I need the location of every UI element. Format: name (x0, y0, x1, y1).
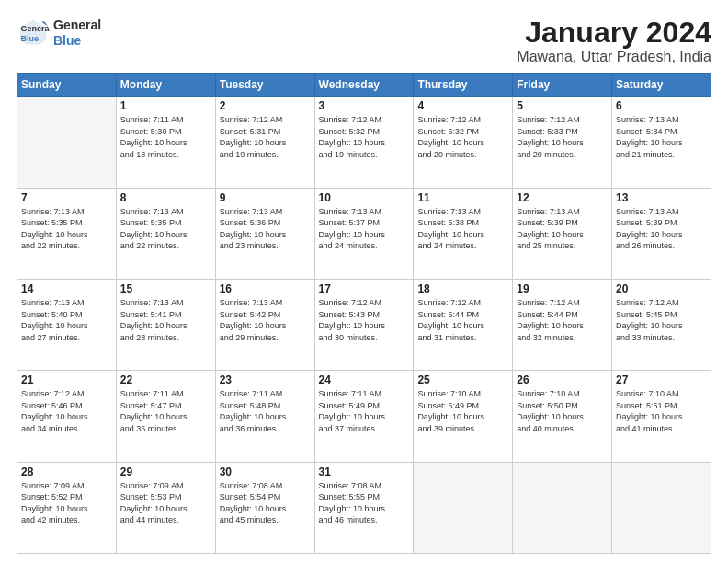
day-number: 1 (120, 99, 211, 112)
logo-text-general: General (53, 17, 101, 33)
day-cell: 17Sunrise: 7:12 AM Sunset: 5:43 PM Dayli… (314, 279, 414, 370)
day-info: Sunrise: 7:13 AM Sunset: 5:35 PM Dayligh… (120, 206, 211, 252)
col-saturday: Saturday (612, 74, 711, 97)
day-cell (414, 462, 513, 553)
day-number: 28 (21, 465, 112, 478)
day-number: 17 (319, 282, 410, 295)
day-cell: 30Sunrise: 7:08 AM Sunset: 5:54 PM Dayli… (215, 462, 314, 553)
day-cell: 28Sunrise: 7:09 AM Sunset: 5:52 PM Dayli… (17, 462, 117, 553)
day-info: Sunrise: 7:12 AM Sunset: 5:44 PM Dayligh… (417, 297, 508, 343)
day-info: Sunrise: 7:11 AM Sunset: 5:30 PM Dayligh… (120, 114, 211, 160)
day-info: Sunrise: 7:13 AM Sunset: 5:38 PM Dayligh… (417, 206, 508, 252)
day-cell: 2Sunrise: 7:12 AM Sunset: 5:31 PM Daylig… (215, 97, 314, 188)
calendar-table: Sunday Monday Tuesday Wednesday Thursday… (17, 73, 711, 554)
day-number: 18 (417, 282, 508, 295)
week-row-0: 1Sunrise: 7:11 AM Sunset: 5:30 PM Daylig… (17, 97, 711, 188)
day-info: Sunrise: 7:13 AM Sunset: 5:39 PM Dayligh… (517, 206, 608, 252)
day-number: 30 (220, 465, 311, 478)
title-block: January 2024 Mawana, Uttar Pradesh, Indi… (517, 17, 711, 65)
day-cell: 15Sunrise: 7:13 AM Sunset: 5:41 PM Dayli… (116, 279, 215, 370)
day-cell: 5Sunrise: 7:12 AM Sunset: 5:33 PM Daylig… (513, 97, 612, 188)
day-info: Sunrise: 7:11 AM Sunset: 5:47 PM Dayligh… (120, 388, 211, 434)
day-info: Sunrise: 7:12 AM Sunset: 5:46 PM Dayligh… (21, 388, 112, 434)
day-number: 4 (417, 99, 508, 112)
week-row-3: 21Sunrise: 7:12 AM Sunset: 5:46 PM Dayli… (17, 371, 711, 462)
day-cell: 23Sunrise: 7:11 AM Sunset: 5:48 PM Dayli… (215, 371, 314, 462)
day-cell: 26Sunrise: 7:10 AM Sunset: 5:50 PM Dayli… (513, 371, 612, 462)
day-number: 15 (120, 282, 211, 295)
day-cell: 31Sunrise: 7:08 AM Sunset: 5:55 PM Dayli… (314, 462, 414, 553)
day-info: Sunrise: 7:12 AM Sunset: 5:32 PM Dayligh… (417, 114, 508, 160)
day-number: 9 (220, 191, 311, 204)
day-number: 22 (120, 373, 211, 386)
day-info: Sunrise: 7:13 AM Sunset: 5:37 PM Dayligh… (319, 206, 410, 252)
day-cell: 16Sunrise: 7:13 AM Sunset: 5:42 PM Dayli… (215, 279, 314, 370)
day-number: 12 (517, 191, 608, 204)
day-number: 16 (220, 282, 311, 295)
day-cell: 12Sunrise: 7:13 AM Sunset: 5:39 PM Dayli… (513, 188, 612, 279)
calendar-subtitle: Mawana, Uttar Pradesh, India (517, 49, 711, 65)
logo: General Blue General Blue (17, 17, 101, 50)
day-number: 27 (616, 373, 707, 386)
day-cell: 7Sunrise: 7:13 AM Sunset: 5:35 PM Daylig… (17, 188, 117, 279)
day-info: Sunrise: 7:09 AM Sunset: 5:53 PM Dayligh… (120, 480, 211, 526)
day-number: 20 (616, 282, 707, 295)
col-wednesday: Wednesday (314, 74, 414, 97)
day-cell: 24Sunrise: 7:11 AM Sunset: 5:49 PM Dayli… (314, 371, 414, 462)
day-cell: 10Sunrise: 7:13 AM Sunset: 5:37 PM Dayli… (314, 188, 414, 279)
day-info: Sunrise: 7:12 AM Sunset: 5:32 PM Dayligh… (319, 114, 410, 160)
day-number: 19 (517, 282, 608, 295)
day-info: Sunrise: 7:13 AM Sunset: 5:34 PM Dayligh… (616, 114, 707, 160)
day-cell: 14Sunrise: 7:13 AM Sunset: 5:40 PM Dayli… (17, 279, 117, 370)
week-row-4: 28Sunrise: 7:09 AM Sunset: 5:52 PM Dayli… (17, 462, 711, 553)
logo-icon: General Blue (17, 17, 50, 50)
day-info: Sunrise: 7:12 AM Sunset: 5:45 PM Dayligh… (616, 297, 707, 343)
day-info: Sunrise: 7:12 AM Sunset: 5:44 PM Dayligh… (517, 297, 608, 343)
day-info: Sunrise: 7:13 AM Sunset: 5:42 PM Dayligh… (220, 297, 311, 343)
day-number: 8 (120, 191, 211, 204)
day-cell: 9Sunrise: 7:13 AM Sunset: 5:36 PM Daylig… (215, 188, 314, 279)
day-number: 21 (21, 373, 112, 386)
calendar-title: January 2024 (517, 17, 711, 49)
day-number: 14 (21, 282, 112, 295)
day-cell: 18Sunrise: 7:12 AM Sunset: 5:44 PM Dayli… (414, 279, 513, 370)
day-cell: 20Sunrise: 7:12 AM Sunset: 5:45 PM Dayli… (612, 279, 711, 370)
day-cell: 21Sunrise: 7:12 AM Sunset: 5:46 PM Dayli… (17, 371, 117, 462)
day-info: Sunrise: 7:08 AM Sunset: 5:54 PM Dayligh… (220, 480, 311, 526)
day-number: 23 (220, 373, 311, 386)
day-info: Sunrise: 7:11 AM Sunset: 5:49 PM Dayligh… (319, 388, 410, 434)
week-row-2: 14Sunrise: 7:13 AM Sunset: 5:40 PM Dayli… (17, 279, 711, 370)
day-number: 7 (21, 191, 112, 204)
day-number: 10 (319, 191, 410, 204)
col-friday: Friday (513, 74, 612, 97)
col-monday: Monday (116, 74, 215, 97)
calendar-header-row: Sunday Monday Tuesday Wednesday Thursday… (17, 74, 711, 97)
day-info: Sunrise: 7:09 AM Sunset: 5:52 PM Dayligh… (21, 480, 112, 526)
week-row-1: 7Sunrise: 7:13 AM Sunset: 5:35 PM Daylig… (17, 188, 711, 279)
day-cell (612, 462, 711, 553)
day-info: Sunrise: 7:10 AM Sunset: 5:49 PM Dayligh… (417, 388, 508, 434)
day-number: 31 (319, 465, 410, 478)
day-cell (513, 462, 612, 553)
day-cell: 1Sunrise: 7:11 AM Sunset: 5:30 PM Daylig… (116, 97, 215, 188)
day-info: Sunrise: 7:12 AM Sunset: 5:31 PM Dayligh… (220, 114, 311, 160)
day-number: 25 (417, 373, 508, 386)
day-number: 3 (319, 99, 410, 112)
day-cell: 6Sunrise: 7:13 AM Sunset: 5:34 PM Daylig… (612, 97, 711, 188)
day-info: Sunrise: 7:11 AM Sunset: 5:48 PM Dayligh… (220, 388, 311, 434)
day-number: 24 (319, 373, 410, 386)
col-sunday: Sunday (17, 74, 117, 97)
col-tuesday: Tuesday (215, 74, 314, 97)
day-cell: 8Sunrise: 7:13 AM Sunset: 5:35 PM Daylig… (116, 188, 215, 279)
day-info: Sunrise: 7:13 AM Sunset: 5:36 PM Dayligh… (220, 206, 311, 252)
day-cell: 22Sunrise: 7:11 AM Sunset: 5:47 PM Dayli… (116, 371, 215, 462)
day-info: Sunrise: 7:13 AM Sunset: 5:41 PM Dayligh… (120, 297, 211, 343)
day-info: Sunrise: 7:13 AM Sunset: 5:39 PM Dayligh… (616, 206, 707, 252)
day-cell: 3Sunrise: 7:12 AM Sunset: 5:32 PM Daylig… (314, 97, 414, 188)
day-info: Sunrise: 7:13 AM Sunset: 5:40 PM Dayligh… (21, 297, 112, 343)
day-info: Sunrise: 7:08 AM Sunset: 5:55 PM Dayligh… (319, 480, 410, 526)
col-thursday: Thursday (414, 74, 513, 97)
calendar-body: 1Sunrise: 7:11 AM Sunset: 5:30 PM Daylig… (17, 97, 711, 554)
day-number: 13 (616, 191, 707, 204)
day-info: Sunrise: 7:12 AM Sunset: 5:43 PM Dayligh… (319, 297, 410, 343)
